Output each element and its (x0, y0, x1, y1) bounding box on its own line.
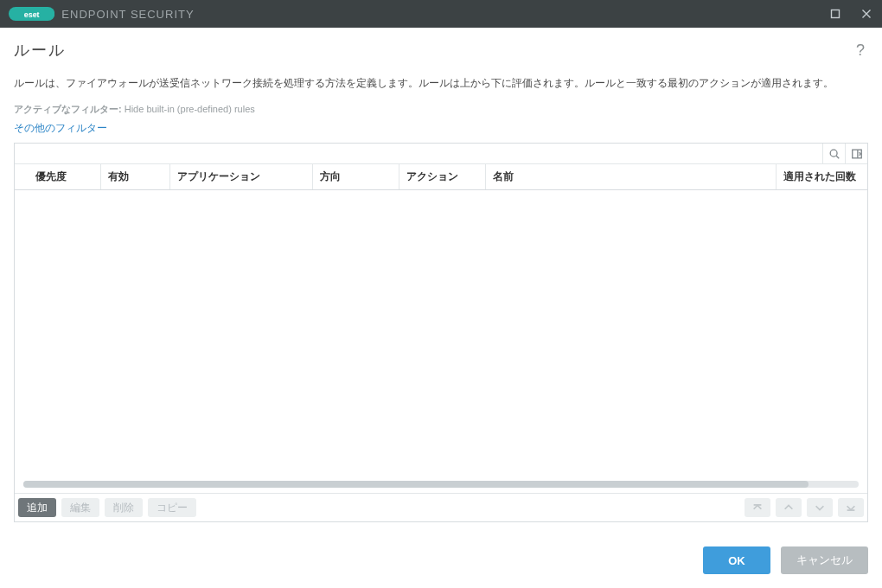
horizontal-scrollbar[interactable] (23, 481, 859, 488)
eset-logo: eset (9, 6, 54, 22)
dialog-footer: OK キャンセル (14, 522, 868, 574)
rules-table: 優先度 有効 アプリケーション 方向 アクション 名前 適用された回数 追加 編… (14, 143, 868, 522)
title-bar: eset ENDPOINT SECURITY (0, 0, 882, 28)
active-filter-label: アクティブなフィルター: (14, 104, 122, 114)
copy-button: コピー (148, 498, 196, 517)
col-hit-count[interactable]: 適用された回数 (777, 164, 867, 189)
page-header: ルール ? (14, 28, 868, 67)
active-filter-value: Hide built-in (pre-defined) rules (125, 104, 255, 114)
help-icon[interactable]: ? (856, 42, 868, 60)
table-actions: 追加 編集 削除 コピー (15, 493, 867, 521)
ok-button[interactable]: OK (703, 546, 770, 574)
more-filters-link[interactable]: その他のフィルター (14, 121, 868, 136)
move-up-button (776, 498, 802, 517)
scrollbar-thumb[interactable] (23, 481, 808, 488)
search-icon[interactable] (822, 144, 845, 163)
table-header: 優先度 有効 アプリケーション 方向 アクション 名前 適用された回数 (15, 164, 867, 190)
table-search-row (15, 144, 867, 164)
edit-button: 編集 (61, 498, 99, 517)
col-application[interactable]: アプリケーション (170, 164, 313, 189)
active-filter-line: アクティブなフィルター: Hide built-in (pre-defined)… (14, 103, 868, 116)
move-buttons (745, 498, 864, 517)
cancel-button[interactable]: キャンセル (781, 546, 868, 574)
move-top-button (745, 498, 770, 517)
col-enabled[interactable]: 有効 (101, 164, 170, 189)
delete-button: 削除 (105, 498, 143, 517)
svg-rect-2 (832, 10, 840, 18)
col-name[interactable]: 名前 (486, 164, 777, 189)
svg-text:eset: eset (24, 10, 40, 19)
move-down-button (807, 498, 833, 517)
col-action[interactable]: アクション (399, 164, 486, 189)
dialog-content: ルール ? ルールは、ファイアウォールが送受信ネットワーク接続を処理する方法を定… (0, 28, 882, 588)
product-name: ENDPOINT SECURITY (61, 8, 194, 21)
window-controls (820, 0, 882, 28)
add-button[interactable]: 追加 (18, 498, 56, 517)
svg-point-3 (830, 150, 837, 157)
search-input[interactable] (15, 144, 822, 163)
close-button[interactable] (851, 0, 882, 28)
col-priority[interactable]: 優先度 (15, 164, 101, 189)
maximize-button[interactable] (820, 0, 851, 28)
table-body (15, 190, 867, 493)
page-description: ルールは、ファイアウォールが送受信ネットワーク接続を処理する方法を定義します。ル… (14, 76, 868, 91)
columns-icon[interactable] (845, 144, 867, 163)
page-title: ルール (14, 40, 66, 61)
move-bottom-button (838, 498, 864, 517)
col-direction[interactable]: 方向 (313, 164, 399, 189)
